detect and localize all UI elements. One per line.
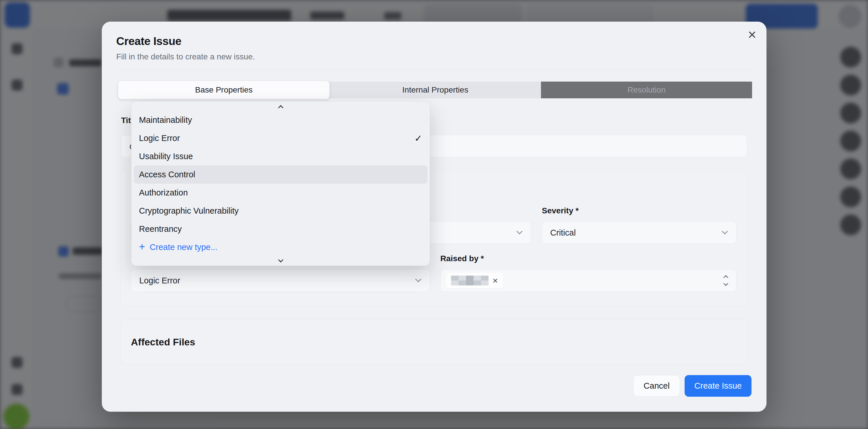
remove-chip-icon[interactable]: × — [493, 276, 498, 285]
dropdown-item-access-control[interactable]: Access Control — [134, 165, 427, 184]
type-value: Logic Error — [139, 276, 180, 285]
chevron-down-icon — [415, 276, 421, 282]
tab-base-properties[interactable]: Base Properties — [118, 81, 330, 99]
dropdown-item-logic-error[interactable]: Logic Error ✓ — [134, 129, 427, 147]
type-dropdown-menu: Maintainability Logic Error ✓ Usability … — [131, 101, 430, 266]
chevron-down-icon — [517, 228, 523, 235]
tab-internal-properties[interactable]: Internal Properties — [330, 82, 541, 98]
modal-subtitle: Fill in the details to create a new issu… — [116, 52, 255, 61]
dropdown-item-authorization[interactable]: Authorization — [134, 184, 427, 202]
scroll-down-icon[interactable] — [134, 256, 427, 266]
severity-select[interactable]: Critical — [542, 221, 737, 244]
create-new-type-item[interactable]: + Create new type... — [134, 238, 427, 256]
affected-files-card: Affected Files — [120, 319, 748, 365]
severity-value: Critical — [550, 228, 576, 238]
stepper-icon — [724, 276, 727, 285]
dropdown-item-cryptographic-vulnerability[interactable]: Cryptographic Vulnerability — [134, 202, 427, 220]
cancel-button[interactable]: Cancel — [633, 375, 680, 397]
raised-by-chip: × — [446, 273, 503, 288]
severity-label: Severity * — [542, 206, 579, 215]
scroll-up-icon[interactable] — [134, 102, 427, 111]
affected-files-heading: Affected Files — [131, 336, 195, 348]
selected-check-icon: ✓ — [414, 133, 422, 144]
redacted-username — [451, 276, 489, 285]
raised-by-label: Raised by * — [440, 254, 484, 263]
create-issue-button[interactable]: Create Issue — [685, 375, 751, 397]
close-icon[interactable]: × — [745, 27, 759, 42]
modal-title: Create Issue — [116, 35, 181, 48]
header-divider — [116, 70, 752, 70]
tab-resolution[interactable]: Resolution — [541, 82, 752, 98]
chevron-down-icon — [722, 228, 728, 235]
dropdown-item-reentrancy[interactable]: Reentrancy — [134, 220, 427, 238]
modal-tabs: Base Properties Internal Properties Reso… — [118, 82, 752, 98]
type-select[interactable]: Logic Error — [131, 269, 430, 292]
raised-by-select[interactable]: × — [440, 269, 737, 292]
dropdown-item-maintainability[interactable]: Maintainability — [134, 111, 427, 129]
dropdown-item-usability-issue[interactable]: Usability Issue — [134, 147, 427, 165]
plus-icon: + — [139, 242, 145, 252]
